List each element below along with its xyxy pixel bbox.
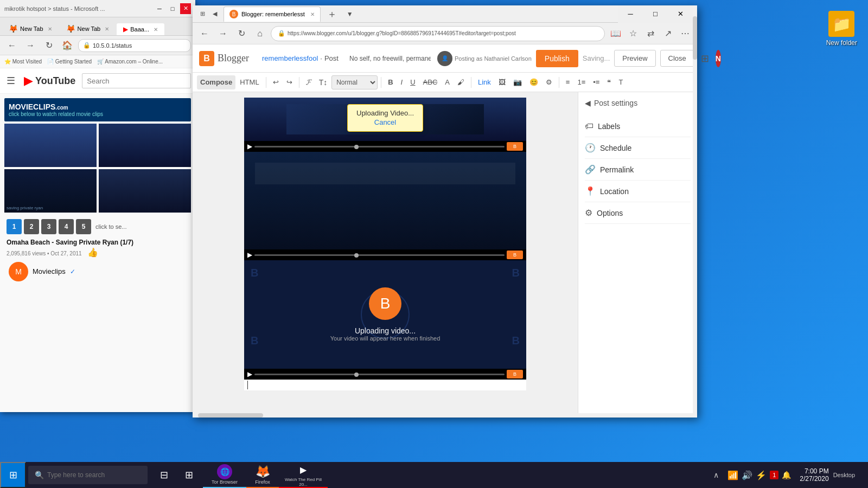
highlight-button[interactable]: 🖌: [454, 75, 468, 89]
cancel-upload-link[interactable]: Cancel: [374, 118, 396, 126]
taskbar-search-area[interactable]: 🔍: [28, 466, 148, 484]
forward-button[interactable]: →: [23, 38, 38, 53]
sidebar-item-options[interactable]: ⚙ Options: [585, 202, 691, 224]
clock-display[interactable]: 7:00 PM 2/27/2020: [800, 467, 828, 483]
emoji-button[interactable]: 😊: [526, 75, 541, 89]
progress-bar-2[interactable]: [254, 254, 505, 256]
tab-2-close[interactable]: ✕: [105, 26, 109, 32]
more-options-button[interactable]: ⚙: [542, 75, 556, 89]
redo-button[interactable]: ↪: [283, 75, 296, 89]
movie-thumb-3[interactable]: saving private ryan: [4, 169, 97, 213]
action-center-icon[interactable]: 🔔: [782, 471, 791, 479]
minimize-button[interactable]: ─: [618, 5, 643, 23]
refresh-btn[interactable]: ↻: [234, 26, 249, 41]
bookmark-amazon[interactable]: 🛒 Amazon.com – Online...: [97, 59, 163, 65]
bold-button[interactable]: B: [385, 75, 396, 89]
url-bar[interactable]: 🔒 https://www.blogger.com/u/1/blogger.g?…: [271, 26, 605, 41]
play-icon-1[interactable]: ▶: [247, 143, 252, 150]
h-scrollbar-thumb[interactable]: [198, 413, 263, 418]
sidebar-item-schedule[interactable]: 🕐 Schedule: [585, 137, 691, 159]
progress-bar-3[interactable]: [254, 374, 505, 375]
tab-1[interactable]: 🦊 New Tab ✕: [2, 22, 59, 35]
forward-btn[interactable]: →: [215, 26, 231, 41]
apps-grid-button[interactable]: ⊞: [701, 53, 709, 65]
new-tab-button[interactable]: ＋: [324, 7, 340, 22]
settings-expand-icon[interactable]: ◀: [585, 99, 591, 107]
active-tab[interactable]: B Blogger: rememberlesst ✕: [224, 7, 321, 22]
sync-btn[interactable]: ⇄: [643, 26, 658, 41]
page-4-button[interactable]: 4: [59, 219, 74, 234]
compose-button[interactable]: Compose: [197, 75, 235, 89]
battery-icon[interactable]: ⚡: [756, 470, 767, 480]
close-editor-button[interactable]: Close: [660, 50, 694, 67]
tab-3-close[interactable]: ✕: [154, 27, 158, 33]
bookmark-most-visited[interactable]: ⭐ Most Visited: [4, 59, 42, 65]
tab-list-icon[interactable]: ⊞: [197, 9, 208, 18]
show-hidden-icons-button[interactable]: ∧: [713, 471, 719, 479]
back-btn[interactable]: ←: [197, 26, 212, 41]
taskbar-app-redpill[interactable]: ▶ Watch The Red Pill 20...: [279, 462, 328, 488]
movie-thumb-4[interactable]: [99, 169, 191, 213]
breadcrumb-blog[interactable]: rememberlessfool: [262, 54, 318, 62]
insert-video-button[interactable]: 📷: [510, 75, 525, 89]
network-icon[interactable]: 📶: [727, 470, 738, 480]
tab-2[interactable]: 🦊 New Tab ✕: [60, 22, 116, 35]
like-button[interactable]: 👍: [87, 248, 98, 257]
undo-button[interactable]: ↩: [270, 75, 282, 89]
reader-view-btn[interactable]: 📖: [608, 26, 623, 41]
bookmark-getting-started[interactable]: 📄 Getting Started: [47, 59, 92, 65]
sidebar-item-location[interactable]: 📍 Location: [585, 181, 691, 202]
progress-thumb-2[interactable]: [354, 253, 359, 258]
preview-button[interactable]: Preview: [614, 50, 655, 67]
font-family-button[interactable]: 𝓕: [303, 75, 315, 89]
refresh-button[interactable]: ↻: [41, 38, 56, 53]
editor-cursor-area[interactable]: [244, 380, 526, 390]
taskbar-app-tor[interactable]: 🌐 Tor Browser: [203, 462, 246, 488]
publish-button[interactable]: Publish: [536, 50, 578, 67]
video-player-main[interactable]: ▶: [244, 152, 526, 249]
start-button[interactable]: ⊞: [0, 462, 26, 488]
page-1-button[interactable]: 1: [7, 219, 22, 234]
minimize-button[interactable]: ─: [154, 3, 165, 14]
sidebar-item-permalink[interactable]: 🔗 Permalink: [585, 159, 691, 181]
notification-badge[interactable]: 1: [770, 471, 778, 479]
h-scrollbar-track[interactable]: [193, 413, 578, 418]
share-btn[interactable]: ↗: [660, 26, 675, 41]
progress-thumb-1[interactable]: [354, 145, 359, 149]
back-tab-icon[interactable]: ◀: [209, 9, 220, 18]
bullet-list-button[interactable]: •≡: [590, 75, 603, 89]
desktop-icon-new-folder[interactable]: 📁 New folder: [826, 11, 857, 47]
url-display[interactable]: 🔒 10.5.0.1/status: [78, 39, 191, 52]
blockquote-button[interactable]: ❝: [604, 75, 614, 89]
tab-close-icon[interactable]: ✕: [310, 11, 315, 17]
show-desktop-button[interactable]: [859, 462, 864, 488]
editor-content[interactable]: Uploading Video... Cancel ▶: [193, 92, 578, 418]
channel-name[interactable]: Movieclips: [33, 267, 66, 275]
align-button[interactable]: ≡: [563, 75, 573, 89]
bookmark-btn[interactable]: ☆: [626, 26, 641, 41]
font-size-button[interactable]: T↕: [316, 75, 331, 89]
strikethrough-button[interactable]: ABC: [420, 75, 441, 89]
insert-image-button[interactable]: 🖼: [495, 75, 509, 89]
volume-icon[interactable]: 🔊: [742, 470, 752, 480]
progress-bar-1[interactable]: [254, 146, 505, 147]
cortana-button[interactable]: ⊞: [177, 462, 201, 488]
post-description-input[interactable]: [349, 55, 431, 62]
underline-button[interactable]: U: [407, 75, 418, 89]
sidebar-item-labels[interactable]: 🏷 Labels: [585, 116, 691, 137]
tab-3[interactable]: ▶ Baaa... ✕: [117, 23, 164, 35]
remove-format-button[interactable]: T: [615, 75, 626, 89]
format-select[interactable]: Normal Heading 1 Heading 2: [331, 75, 378, 89]
page-3-button[interactable]: 3: [41, 219, 56, 234]
text-color-button[interactable]: A: [442, 75, 453, 89]
tab-1-close[interactable]: ✕: [48, 26, 52, 32]
taskbar-search-input[interactable]: [47, 471, 141, 479]
play-icon-3[interactable]: ▶: [247, 370, 252, 378]
maximize-button[interactable]: □: [167, 3, 178, 14]
page-2-button[interactable]: 2: [24, 219, 39, 234]
play-icon-2[interactable]: ▶: [247, 251, 252, 259]
tab-menu-button[interactable]: ▼: [343, 9, 356, 19]
taskbar-app-firefox[interactable]: 🦊 Firefox: [246, 462, 279, 488]
html-button[interactable]: HTML: [237, 75, 262, 89]
italic-button[interactable]: I: [398, 75, 406, 89]
